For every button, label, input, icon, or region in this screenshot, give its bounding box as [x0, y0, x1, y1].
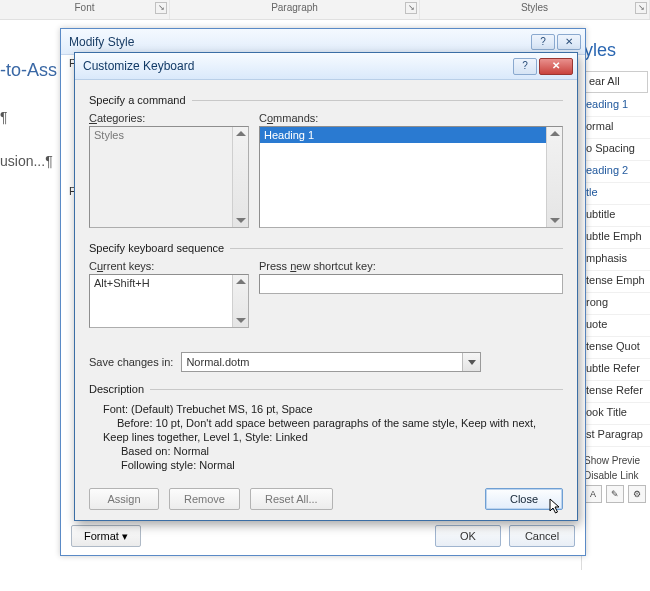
list-item[interactable]: Styles [90, 127, 248, 143]
style-item[interactable]: ormal [582, 117, 650, 139]
ribbon-group-paragraph: Paragraph ↘ [170, 0, 420, 19]
assign-button[interactable]: Assign [89, 488, 159, 510]
close-icon[interactable]: ✕ [557, 34, 581, 50]
description-text: Font: (Default) Trebuchet MS, 16 pt, Spa… [89, 402, 563, 472]
style-item[interactable]: ook Title [582, 403, 650, 425]
description-label: Description [89, 382, 150, 396]
scrollbar[interactable] [546, 127, 562, 227]
scrollbar[interactable] [232, 275, 248, 327]
new-style-icon[interactable]: A [584, 485, 602, 503]
remove-button[interactable]: Remove [169, 488, 240, 510]
section-label: Specify keyboard sequence [89, 242, 230, 254]
customize-keyboard-titlebar[interactable]: Customize Keyboard ? ✕ [75, 53, 577, 80]
current-keys-label: Current keys: [89, 260, 249, 272]
customize-keyboard-dialog: Customize Keyboard ? ✕ Specify a command… [74, 52, 578, 521]
style-item[interactable]: st Paragrap [582, 425, 650, 447]
new-shortcut-input[interactable] [259, 274, 563, 294]
ribbon: Font ↘ Paragraph ↘ Styles ↘ [0, 0, 650, 20]
commands-listbox[interactable]: Heading 1 [259, 126, 563, 228]
style-item[interactable]: ear All [584, 71, 648, 93]
style-item[interactable]: tle [582, 183, 650, 205]
list-item[interactable]: Alt+Shift+H [90, 275, 248, 291]
reset-all-button[interactable]: Reset All... [250, 488, 333, 510]
dialog-title: Modify Style [69, 35, 134, 49]
categories-label: Categories: [89, 112, 249, 124]
document-area: -to-Ass ¶ usion...¶ [0, 20, 62, 580]
ribbon-group-styles: Styles ↘ [420, 0, 650, 19]
style-item[interactable]: o Spacing [582, 139, 650, 161]
dialog-launcher-icon[interactable]: ↘ [635, 2, 647, 14]
show-preview-checkbox[interactable]: Show Previe [582, 453, 650, 468]
save-changes-label: Save changes in: [89, 356, 173, 368]
current-keys-listbox[interactable]: Alt+Shift+H [89, 274, 249, 328]
style-item[interactable]: ubtitle [582, 205, 650, 227]
style-item[interactable]: ubtle Refer [582, 359, 650, 381]
list-item[interactable]: Heading 1 [260, 127, 562, 143]
style-item[interactable]: tense Emph [582, 271, 650, 293]
style-item[interactable]: uote [582, 315, 650, 337]
style-item[interactable]: eading 1 [582, 95, 650, 117]
dialog-title: Customize Keyboard [83, 59, 194, 73]
style-item[interactable]: rong [582, 293, 650, 315]
dialog-launcher-icon[interactable]: ↘ [155, 2, 167, 14]
help-button[interactable]: ? [513, 58, 537, 75]
section-label: Specify a command [89, 94, 192, 106]
manage-styles-icon[interactable]: ⚙ [628, 485, 646, 503]
style-inspector-icon[interactable]: ✎ [606, 485, 624, 503]
dialog-launcher-icon[interactable]: ↘ [405, 2, 417, 14]
format-button[interactable]: Format ▾ [71, 525, 141, 547]
style-item[interactable]: eading 2 [582, 161, 650, 183]
ok-button[interactable]: OK [435, 525, 501, 547]
scrollbar[interactable] [232, 127, 248, 227]
press-new-label: Press new shortcut key: [259, 260, 563, 272]
categories-listbox[interactable]: Styles [89, 126, 249, 228]
close-button[interactable]: Close [485, 488, 563, 510]
chevron-down-icon[interactable] [462, 353, 480, 371]
commands-label: Commands: [259, 112, 563, 124]
ribbon-group-font: Font ↘ [0, 0, 170, 19]
styles-pane-title: yles [582, 36, 650, 69]
help-button[interactable]: ? [531, 34, 555, 50]
save-changes-select[interactable]: Normal.dotm [181, 352, 481, 372]
style-item[interactable]: tense Quot [582, 337, 650, 359]
styles-pane: yles ear All eading 1 ormal o Spacing ea… [581, 30, 650, 570]
style-item[interactable]: ubtle Emph [582, 227, 650, 249]
cancel-button[interactable]: Cancel [509, 525, 575, 547]
style-item[interactable]: mphasis [582, 249, 650, 271]
disable-linked-checkbox[interactable]: Disable Link [582, 468, 650, 483]
close-icon[interactable]: ✕ [539, 58, 573, 75]
style-item[interactable]: tense Refer [582, 381, 650, 403]
